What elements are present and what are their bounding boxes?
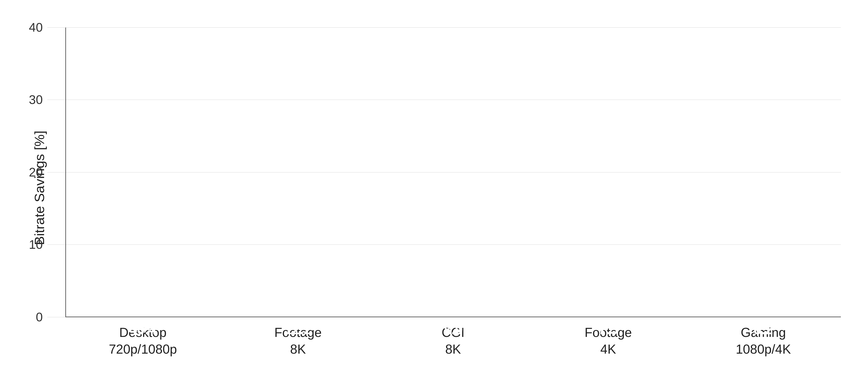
y-tick-label: 40	[29, 20, 43, 35]
bar-value: 7.5	[598, 321, 618, 337]
bar-value: 12.2	[284, 321, 312, 337]
y-tick-label: 30	[29, 92, 43, 107]
chart-container: Bitrate Savings [%] 010203040 40.412.28.…	[27, 19, 841, 357]
bar-value: 40.4	[129, 321, 157, 337]
chart-inner: 010203040 40.412.28.97.56.2 Desktop720p/…	[47, 19, 841, 357]
bar-value: 8.9	[443, 321, 463, 337]
y-tick-label: 10	[29, 237, 43, 252]
y-tick-label: 0	[36, 310, 43, 324]
bar-value: 6.2	[754, 321, 773, 337]
y-tick-label: 20	[29, 165, 43, 180]
x-axis-line	[65, 317, 841, 317]
bars-area: 40.412.28.97.56.2	[65, 28, 841, 317]
y-axis-label: Bitrate Savings [%]	[27, 19, 47, 357]
plot-area: 010203040 40.412.28.97.56.2	[47, 28, 841, 317]
